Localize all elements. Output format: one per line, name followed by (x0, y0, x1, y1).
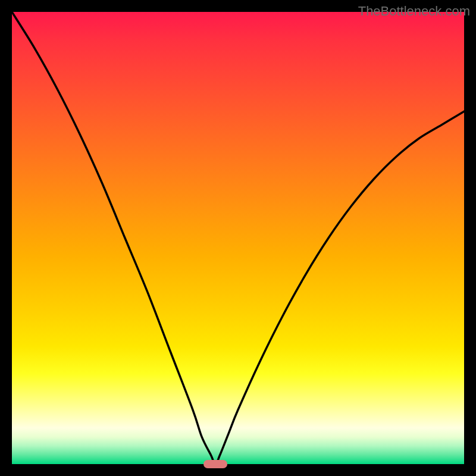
chart-container: TheBottleneck.com (0, 0, 476, 476)
curve-path (12, 12, 464, 464)
minimum-marker (203, 460, 227, 468)
bottleneck-curve (12, 12, 464, 464)
plot-area (12, 12, 464, 464)
watermark-text: TheBottleneck.com (358, 4, 470, 19)
